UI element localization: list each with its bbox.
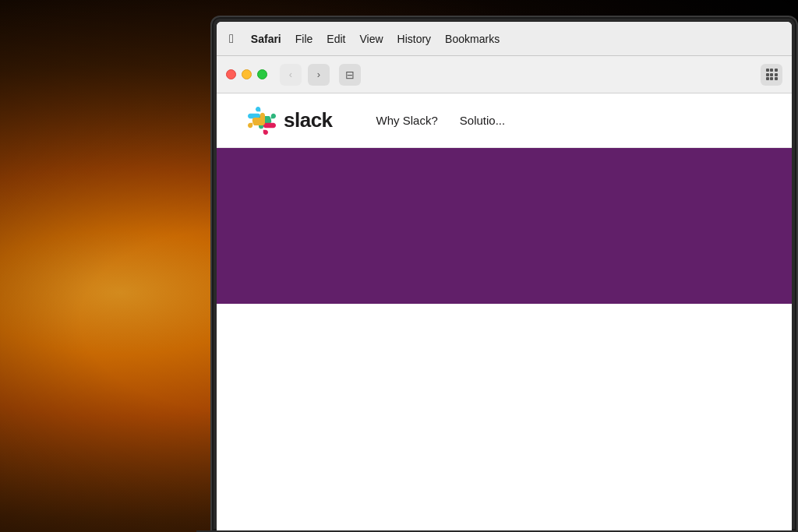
grid-icon xyxy=(766,69,778,80)
slack-logo-icon xyxy=(248,107,276,135)
grid-button[interactable] xyxy=(761,64,782,86)
safari-toolbar: ‹ › ⊟ xyxy=(217,56,792,93)
sidebar-toggle-button[interactable]: ⊟ xyxy=(339,64,361,86)
laptop-screen:  Safari File Edit View History Bookmark… xyxy=(217,22,792,530)
view-menu[interactable]: View xyxy=(359,33,383,45)
bookmarks-menu[interactable]: Bookmarks xyxy=(445,33,500,45)
slack-logo: slack xyxy=(248,107,333,135)
file-menu[interactable]: File xyxy=(295,33,313,45)
safari-menu[interactable]: Safari xyxy=(251,33,281,45)
forward-icon: › xyxy=(317,69,320,80)
sidebar-icon: ⊟ xyxy=(345,69,355,81)
slack-nav-links: Why Slack? Solutio... xyxy=(376,114,506,127)
slack-nav: slack Why Slack? Solutio... xyxy=(217,93,792,148)
laptop-frame:  Safari File Edit View History Bookmark… xyxy=(210,16,798,532)
website-content: slack Why Slack? Solutio... xyxy=(217,93,792,304)
scene:  Safari File Edit View History Bookmark… xyxy=(0,0,798,532)
maximize-button[interactable] xyxy=(257,69,267,79)
window-controls xyxy=(226,69,267,79)
apple-menu[interactable]:  xyxy=(229,32,234,46)
slack-wordmark: slack xyxy=(284,108,333,132)
macos-menubar:  Safari File Edit View History Bookmark… xyxy=(217,22,792,56)
edit-menu[interactable]: Edit xyxy=(327,33,345,45)
minimize-button[interactable] xyxy=(242,69,252,79)
nav-link-solutions[interactable]: Solutio... xyxy=(460,114,505,127)
back-button[interactable]: ‹ xyxy=(280,64,302,86)
slack-hero-section xyxy=(217,148,792,304)
forward-button[interactable]: › xyxy=(308,64,330,86)
history-menu[interactable]: History xyxy=(397,33,432,45)
close-button[interactable] xyxy=(226,69,236,79)
nav-link-why-slack[interactable]: Why Slack? xyxy=(376,114,438,127)
back-icon: ‹ xyxy=(289,69,292,80)
